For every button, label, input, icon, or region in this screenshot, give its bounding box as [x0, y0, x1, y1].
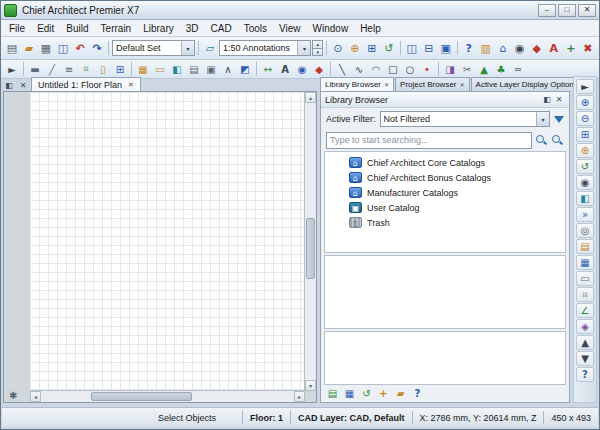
library-toolbar-icon[interactable]: ▥ — [478, 40, 494, 56]
scroll-left-icon[interactable]: ◂ — [30, 391, 41, 402]
tab-project-browser[interactable]: Project Browser ✕ — [395, 77, 470, 91]
library-refresh-icon[interactable]: ↺ — [359, 387, 374, 401]
chevron-down-icon[interactable]: ▾ — [536, 112, 549, 126]
camera-icon[interactable]: ◉ — [512, 40, 528, 56]
help-icon[interactable]: ? — [461, 40, 477, 56]
chevron-down-icon[interactable]: ▾ — [297, 41, 310, 55]
panel-float-icon[interactable]: ◧ — [541, 94, 553, 106]
open-plan-icon[interactable]: ▰ — [21, 40, 37, 56]
line-tool-icon[interactable]: ╲ — [334, 62, 350, 76]
horizontal-scrollbar[interactable]: ◂ ▸ — [30, 390, 305, 402]
dock-close-icon[interactable]: ✕ — [17, 79, 29, 91]
menu-window[interactable]: Window — [307, 22, 355, 35]
side-floor-up-icon[interactable]: ▲ — [576, 335, 594, 350]
tile-horizontal-icon[interactable]: ◫ — [404, 40, 420, 56]
wall-tool-icon[interactable]: ▬ — [27, 62, 43, 76]
callout-tool-icon[interactable]: ◉ — [294, 62, 310, 76]
advanced-search-icon[interactable] — [551, 134, 564, 147]
move-tool-icon[interactable]: + — [563, 40, 579, 56]
side-camera-icon[interactable]: ◉ — [576, 175, 594, 190]
menu-cad[interactable]: CAD — [205, 22, 238, 35]
side-grid-snap-icon[interactable]: ⌗ — [576, 287, 594, 302]
zoom-icon[interactable]: ⊙ — [330, 40, 346, 56]
cascade-windows-icon[interactable]: ▣ — [438, 40, 454, 56]
annotation-scale-icon[interactable]: ▱ — [202, 40, 218, 56]
vertical-scrollbar[interactable]: ▴ ▾ — [304, 92, 316, 391]
annotation-scale-stepper[interactable]: ▴ ▾ — [312, 40, 322, 56]
menu-file[interactable]: File — [3, 22, 31, 35]
print-icon[interactable]: ▦ — [38, 40, 54, 56]
menu-library[interactable]: Library — [137, 22, 180, 35]
tree-item-manufacturer-catalogs[interactable]: ⌂ Manufacturer Catalogs — [325, 185, 565, 200]
side-zoom-out-icon[interactable]: ⊖ — [576, 111, 594, 126]
side-floor-down-icon[interactable]: ▼ — [576, 351, 594, 366]
search-icon[interactable] — [535, 134, 548, 147]
railing-tool-icon[interactable]: ≡ — [61, 62, 77, 76]
door-tool-icon[interactable]: ▯ — [95, 62, 111, 76]
filter-funnel-icon[interactable] — [554, 116, 564, 123]
trim-tool-icon[interactable]: ✂ — [459, 62, 475, 76]
side-zoom-in-icon[interactable]: ⊕ — [576, 95, 594, 110]
tab-close-icon[interactable]: ✕ — [128, 81, 134, 89]
box-tool-icon[interactable]: □ — [385, 62, 401, 76]
text-style-icon[interactable]: A — [546, 40, 562, 56]
minimize-button[interactable]: – — [538, 4, 556, 17]
filter-combobox[interactable]: Not Filtered ▾ — [380, 111, 550, 127]
circle-tool-icon[interactable]: ○ — [402, 62, 418, 76]
chevron-down-icon[interactable]: ▾ — [181, 41, 194, 55]
side-elevation-icon[interactable]: ◧ — [576, 191, 594, 206]
roof-tool-icon[interactable]: ∧ — [220, 62, 236, 76]
tree-item-user-catalog[interactable]: ▣ User Catalog — [325, 200, 565, 215]
home-icon[interactable]: ⌂ — [495, 40, 511, 56]
window-tool-icon[interactable]: ⊞ — [112, 62, 128, 76]
menu-terrain[interactable]: Terrain — [95, 22, 138, 35]
side-display-options-icon[interactable]: ▦ — [576, 255, 594, 270]
terrain-tool-icon[interactable]: ▲ — [476, 62, 492, 76]
library-add-icon[interactable]: + — [376, 387, 391, 401]
side-walkthrough-icon[interactable]: » — [576, 207, 594, 222]
library-search-input[interactable] — [326, 132, 532, 149]
side-ruler-icon[interactable]: ▭ — [576, 271, 594, 286]
menu-3d[interactable]: 3D — [180, 22, 205, 35]
vertical-scroll-thumb[interactable] — [306, 218, 315, 280]
side-previous-view-icon[interactable]: ↺ — [576, 159, 594, 174]
break-wall-icon[interactable]: ╱ — [44, 62, 60, 76]
tile-vertical-icon[interactable]: ⊟ — [421, 40, 437, 56]
maximize-button[interactable]: □ — [558, 4, 576, 17]
side-object-snap-icon[interactable]: ◈ — [576, 319, 594, 334]
menu-view[interactable]: View — [273, 22, 307, 35]
landing-tool-icon[interactable]: ▣ — [203, 62, 219, 76]
menu-tools[interactable]: Tools — [238, 22, 273, 35]
dock-float-icon[interactable]: ◧ — [3, 79, 15, 91]
drawing-canvas[interactable] — [30, 92, 305, 391]
polyline-tool-icon[interactable]: ∿ — [351, 62, 367, 76]
redo-icon[interactable]: ↷ — [89, 40, 105, 56]
menu-help[interactable]: Help — [354, 22, 387, 35]
library-folder-icon[interactable]: ▰ — [393, 387, 408, 401]
spin-down-icon[interactable]: ▾ — [312, 49, 322, 57]
tree-item-trash[interactable]: ▯ Trash — [325, 215, 565, 230]
tree-item-core-catalogs[interactable]: ⌂ Chief Architect Core Catalogs — [325, 155, 565, 170]
skylight-tool-icon[interactable]: ◩ — [237, 62, 253, 76]
text-tool-icon[interactable]: A — [277, 62, 293, 76]
gear-icon[interactable]: ✱ — [9, 390, 17, 401]
delete-tool-icon[interactable]: ✖ — [580, 40, 596, 56]
scroll-up-icon[interactable]: ▴ — [305, 92, 316, 103]
toolbar-set-combobox[interactable]: Default Set ▾ — [112, 40, 195, 56]
side-pan-icon[interactable]: ⊕ — [576, 143, 594, 158]
close-button[interactable]: ✕ — [578, 4, 596, 17]
panel-close-icon[interactable]: ✕ — [553, 94, 565, 106]
north-pointer-icon[interactable]: ◆ — [529, 40, 545, 56]
side-layers-icon[interactable]: ▤ — [576, 239, 594, 254]
side-fill-window-icon[interactable]: ⊞ — [576, 127, 594, 142]
fill-window-icon[interactable]: ⊞ — [364, 40, 380, 56]
previous-view-icon[interactable]: ↺ — [381, 40, 397, 56]
scroll-down-icon[interactable]: ▾ — [305, 380, 316, 391]
dimension-tool-icon[interactable]: ↔ — [260, 62, 276, 76]
stairs-tool-icon[interactable]: ▤ — [186, 62, 202, 76]
annotation-set-combobox[interactable]: 1:50 Annotations ▾ — [219, 40, 311, 56]
spin-up-icon[interactable]: ▴ — [312, 40, 322, 49]
side-object-eye-icon[interactable]: ◎ — [576, 223, 594, 238]
side-help-icon[interactable]: ? — [576, 367, 594, 382]
fixture-tool-icon[interactable]: ◧ — [169, 62, 185, 76]
